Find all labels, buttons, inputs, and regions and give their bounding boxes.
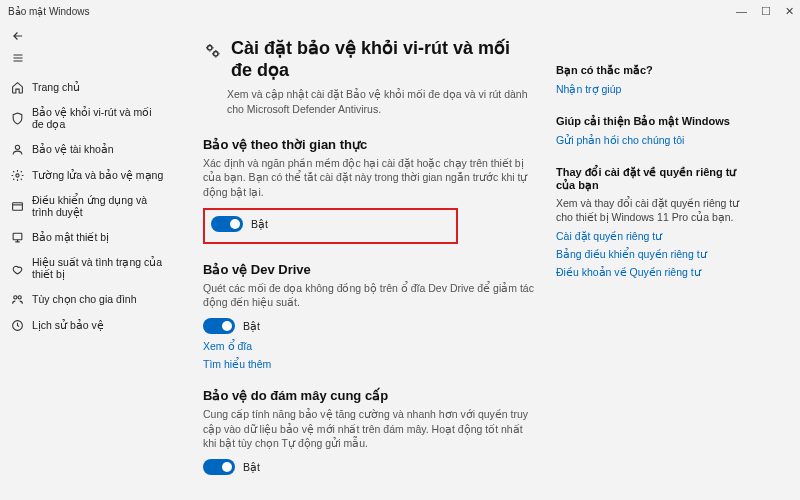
sidebar-item-label: Hiệu suất và tình trạng của thiết bị bbox=[32, 256, 165, 280]
minimize-button[interactable]: — bbox=[736, 5, 747, 17]
svg-point-4 bbox=[13, 295, 16, 298]
improve-block: Giúp cải thiện Bảo mật Windows Gửi phản … bbox=[556, 115, 758, 146]
improve-title: Giúp cải thiện Bảo mật Windows bbox=[556, 115, 758, 128]
sidebar-item-virus[interactable]: Bảo vệ khỏi vi-rút và mối đe dọa bbox=[0, 100, 175, 136]
window-controls: — ☐ ✕ bbox=[736, 5, 794, 18]
svg-rect-3 bbox=[13, 233, 22, 240]
section-cloud: Bảo vệ do đám mây cung cấp Cung cấp tính… bbox=[203, 388, 536, 475]
link-privacy-dashboard[interactable]: Bảng điều khiển quyền riêng tư bbox=[556, 248, 758, 260]
menu-icon[interactable] bbox=[10, 50, 26, 66]
shield-icon bbox=[10, 111, 24, 125]
sidebar-item-label: Bảo vệ tài khoản bbox=[32, 143, 114, 155]
sidebar-item-firewall[interactable]: Tường lửa và bảo vệ mạng bbox=[0, 162, 175, 188]
health-icon bbox=[10, 261, 24, 275]
link-learn-more[interactable]: Tìm hiểu thêm bbox=[203, 358, 536, 370]
account-icon bbox=[10, 142, 24, 156]
devdrive-toggle[interactable] bbox=[203, 318, 235, 334]
right-panel: Bạn có thắc mắc? Nhận trợ giúp Giúp cải … bbox=[548, 38, 758, 500]
section-desc: Cung cấp tính năng bảo vệ tăng cường và … bbox=[203, 407, 536, 451]
section-title: Bảo vệ theo thời gian thực bbox=[203, 137, 536, 152]
link-view-drive[interactable]: Xem ổ đĩa bbox=[203, 340, 536, 352]
close-button[interactable]: ✕ bbox=[785, 5, 794, 18]
section-desc: Xác định và ngăn phần mềm độc hại cài đặ… bbox=[203, 156, 536, 200]
privacy-block: Thay đổi cài đặt về quyền riêng tư của b… bbox=[556, 166, 758, 278]
cloud-toggle[interactable] bbox=[203, 459, 235, 475]
section-title: Bảo vệ Dev Drive bbox=[203, 262, 536, 277]
sidebar-item-label: Điều khiển ứng dụng và trình duyệt bbox=[32, 194, 165, 218]
sidebar-item-label: Lịch sử bảo vệ bbox=[32, 319, 104, 331]
svg-point-0 bbox=[15, 145, 19, 149]
page-subtitle: Xem và cập nhật cài đặt Bảo vệ khỏi mối … bbox=[203, 87, 536, 116]
sidebar-item-label: Tường lửa và bảo vệ mạng bbox=[32, 169, 163, 181]
toggle-label: Bật bbox=[243, 461, 260, 473]
app-icon bbox=[10, 199, 24, 213]
help-title: Bạn có thắc mắc? bbox=[556, 64, 758, 77]
section-realtime: Bảo vệ theo thời gian thực Xác định và n… bbox=[203, 137, 536, 244]
realtime-toggle[interactable] bbox=[211, 216, 243, 232]
home-icon bbox=[10, 80, 24, 94]
svg-point-7 bbox=[208, 46, 213, 51]
sidebar-item-family[interactable]: Tùy chọn cho gia đình bbox=[0, 286, 175, 312]
sidebar-item-label: Tùy chọn cho gia đình bbox=[32, 293, 136, 305]
privacy-title: Thay đổi cài đặt về quyền riêng tư của b… bbox=[556, 166, 758, 192]
toggle-label: Bật bbox=[251, 218, 268, 230]
window-title: Bảo mật Windows bbox=[8, 6, 89, 17]
gear-icon bbox=[203, 41, 221, 81]
history-icon bbox=[10, 318, 24, 332]
section-devdrive: Bảo vệ Dev Drive Quét các mối đe dọa khô… bbox=[203, 262, 536, 370]
page-title: Cài đặt bảo vệ khỏi vi-rút và mối đe dọa bbox=[231, 38, 536, 81]
sidebar-item-label: Trang chủ bbox=[32, 81, 80, 93]
firewall-icon bbox=[10, 168, 24, 182]
svg-rect-2 bbox=[12, 202, 22, 210]
svg-point-5 bbox=[18, 295, 21, 298]
maximize-button[interactable]: ☐ bbox=[761, 5, 771, 18]
section-desc: Quét các mối đe dọa không đồng bộ trên ổ… bbox=[203, 281, 536, 310]
sidebar-item-device[interactable]: Bảo mật thiết bị bbox=[0, 224, 175, 250]
sidebar: Trang chủ Bảo vệ khỏi vi-rút và mối đe d… bbox=[0, 22, 175, 500]
device-icon bbox=[10, 230, 24, 244]
sidebar-item-history[interactable]: Lịch sử bảo vệ bbox=[0, 312, 175, 338]
sidebar-item-home[interactable]: Trang chủ bbox=[0, 74, 175, 100]
link-privacy-settings[interactable]: Cài đặt quyền riêng tư bbox=[556, 230, 758, 242]
section-title: Bảo vệ do đám mây cung cấp bbox=[203, 388, 536, 403]
highlight-box: Bật bbox=[203, 208, 458, 244]
sidebar-item-label: Bảo vệ khỏi vi-rút và mối đe dọa bbox=[32, 106, 165, 130]
sidebar-item-health[interactable]: Hiệu suất và tình trạng của thiết bị bbox=[0, 250, 175, 286]
link-feedback[interactable]: Gửi phản hồi cho chúng tôi bbox=[556, 134, 758, 146]
toggle-label: Bật bbox=[243, 320, 260, 332]
link-get-help[interactable]: Nhận trợ giúp bbox=[556, 83, 758, 95]
link-privacy-terms[interactable]: Điều khoản về Quyền riêng tư bbox=[556, 266, 758, 278]
family-icon bbox=[10, 292, 24, 306]
privacy-desc: Xem và thay đổi cài đặt quyền riêng tư c… bbox=[556, 196, 758, 224]
svg-point-1 bbox=[15, 173, 18, 176]
svg-point-8 bbox=[214, 52, 219, 57]
main-content: Cài đặt bảo vệ khỏi vi-rút và mối đe dọa… bbox=[203, 38, 548, 500]
sidebar-item-account[interactable]: Bảo vệ tài khoản bbox=[0, 136, 175, 162]
back-icon[interactable] bbox=[10, 28, 26, 44]
sidebar-item-app[interactable]: Điều khiển ứng dụng và trình duyệt bbox=[0, 188, 175, 224]
titlebar: Bảo mật Windows — ☐ ✕ bbox=[0, 0, 800, 22]
sidebar-item-label: Bảo mật thiết bị bbox=[32, 231, 109, 243]
help-block: Bạn có thắc mắc? Nhận trợ giúp bbox=[556, 64, 758, 95]
